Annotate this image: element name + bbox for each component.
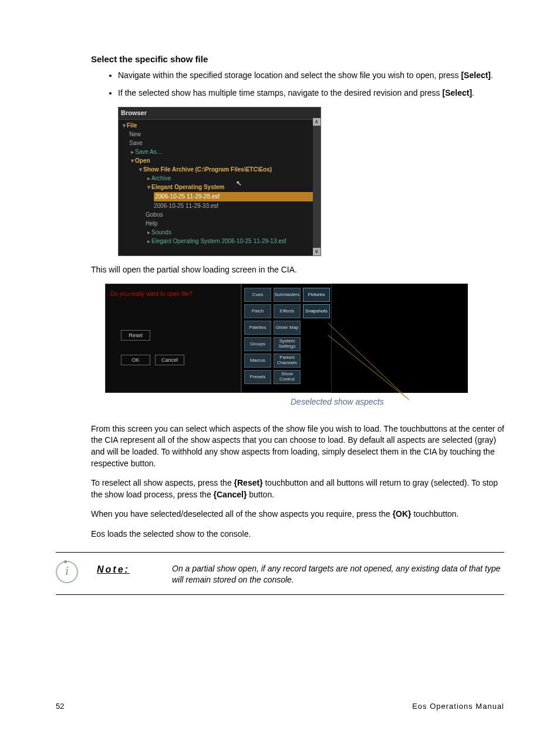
tree-archive[interactable]: ▸Archive (121, 174, 318, 183)
instruction-item: Navigate within the specified storage lo… (118, 70, 504, 82)
scroll-down-button[interactable]: ∨ (313, 248, 321, 255)
key-label: [Select] (461, 70, 491, 80)
tree-new[interactable]: New (121, 130, 318, 139)
paragraph: Eos loads the selected show to the conso… (91, 529, 504, 540)
tree-save-as[interactable]: ▸Save As… (121, 148, 318, 156)
instruction-text: Navigate within the specified storage lo… (118, 70, 461, 80)
page-footer: 52 Eos Operations Manual (56, 701, 504, 712)
aspect-snapshots[interactable]: Snapshots (303, 304, 330, 318)
tree-help[interactable]: Help (121, 220, 318, 228)
aspect-glider-map[interactable]: Glider Map (274, 321, 301, 335)
note-label: Note: (97, 561, 144, 576)
instruction-item: If the selected show has multiple time s… (118, 88, 504, 99)
aspect-palettes[interactable]: Palettes (244, 321, 271, 335)
instruction-text-post: . (472, 88, 474, 97)
instruction-text: If the selected show has multiple time s… (118, 88, 443, 97)
aspect-show-control[interactable]: Show Control (274, 370, 301, 384)
footer-title: Eos Operations Manual (412, 701, 504, 712)
aspect-groups[interactable]: Groups (244, 337, 271, 351)
softkey-label: {Reset} (234, 478, 263, 487)
cia-panel: Do you really want to open file? Reset O… (105, 284, 468, 393)
aspect-system-settings[interactable]: System Settings (274, 337, 301, 351)
aspect-cues[interactable]: Cues (244, 288, 271, 302)
scrollbar[interactable]: ∧ ∨ (313, 118, 321, 255)
tree-open[interactable]: ▾Open (121, 157, 318, 165)
aspect-fixtures[interactable]: Fixtures (303, 288, 330, 302)
cia-left-panel: Do you really want to open file? Reset O… (105, 284, 241, 393)
aspect-presets[interactable]: Presets (244, 370, 271, 384)
tree-file-row[interactable]: 2006-10-25 11-29-33.esf (121, 202, 318, 210)
browser-title: Browser (119, 107, 321, 119)
instruction-list: Navigate within the specified storage lo… (91, 70, 504, 99)
aspect-grid: CuesSubmastersFixturesPatchEffectsSnapsh… (241, 284, 332, 393)
section-heading: Select the specific show file (91, 53, 504, 65)
note-text: On a partial show open, if any record ta… (172, 561, 504, 586)
reset-button[interactable]: Reset (121, 330, 150, 341)
tree-gobos[interactable]: Gobos (121, 211, 318, 219)
cia-right-panel (332, 284, 468, 393)
tree-file-selected[interactable]: 2006-10-25 11-29-28.esf ↖ (121, 192, 318, 201)
key-label: [Select] (443, 88, 473, 97)
softkey-label: {Cancel} (214, 490, 247, 499)
paragraph: To reselect all show aspects, press the … (91, 477, 504, 500)
browser-panel: Browser ▾File New Save ▸Save As… ▾Open ▾… (118, 107, 321, 255)
tree-eos[interactable]: ▾Elegant Operating System (121, 183, 318, 191)
paragraph: From this screen you can select which as… (91, 423, 504, 469)
scroll-up-button[interactable]: ∧ (313, 118, 321, 126)
aspect-effects[interactable]: Effects (274, 304, 301, 318)
aspect-patch[interactable]: Patch (244, 304, 271, 318)
cancel-button[interactable]: Cancel (155, 355, 184, 365)
note-block: i Note: On a partial show open, if any r… (56, 552, 504, 595)
tree-archive-path[interactable]: ▾Show File Archive (C:\Program Files\ETC… (121, 166, 318, 174)
page-number: 52 (56, 701, 64, 712)
open-file-prompt: Do you really want to open file? (106, 284, 241, 298)
paragraph: When you have selected/deselected all of… (91, 509, 504, 520)
aspect-parked-channels[interactable]: Parked Channels (274, 354, 301, 368)
aspect-submasters[interactable]: Submasters (274, 288, 301, 302)
instruction-text-post: . (491, 70, 493, 80)
info-icon: i (56, 561, 78, 583)
tree-sounds[interactable]: ▸Sounds (121, 228, 318, 237)
softkey-label: {OK} (393, 509, 411, 519)
tree-file[interactable]: ▾File (121, 122, 318, 130)
aspect-macros[interactable]: Macros (244, 354, 271, 368)
ok-button[interactable]: OK (121, 355, 150, 365)
tree-last-row[interactable]: ▸Elegant Operating System 2006-10-25 11-… (121, 237, 318, 245)
tree-save[interactable]: Save (121, 139, 318, 147)
figure-caption: Deselected show aspects (291, 397, 384, 406)
paragraph: This will open the partial show loading … (91, 264, 504, 276)
